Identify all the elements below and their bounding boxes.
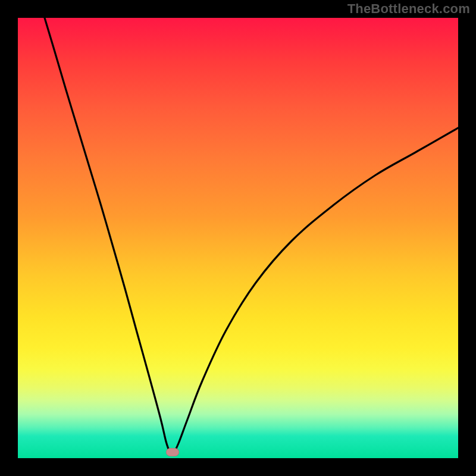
watermark-text: TheBottleneck.com: [347, 1, 470, 17]
chart-frame: TheBottleneck.com: [0, 0, 476, 476]
optimal-point-marker: [166, 448, 179, 456]
bottleneck-curve: [45, 18, 458, 453]
plot-area: [18, 18, 458, 458]
curve-svg: [18, 18, 458, 458]
